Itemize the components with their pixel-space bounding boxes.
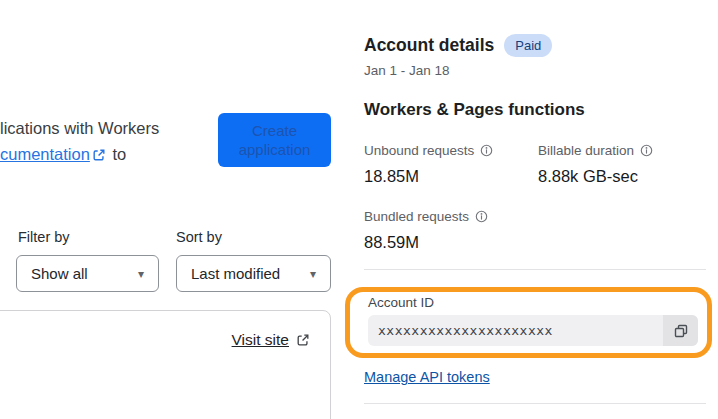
intro-line2-tail: to <box>108 145 126 163</box>
sort-select-value: Last modified <box>191 265 280 282</box>
plan-badge: Paid <box>504 34 552 57</box>
divider <box>364 403 706 404</box>
filter-by-label: Filter by <box>18 229 70 245</box>
account-details-header: Account details Paid <box>364 34 552 57</box>
info-icon[interactable] <box>640 144 653 157</box>
account-details-title: Account details <box>364 35 494 56</box>
intro-line1: lications with Workers <box>0 119 159 137</box>
divider <box>364 269 706 270</box>
manage-api-tokens-link[interactable]: Manage API tokens <box>364 369 490 385</box>
metric-value: 18.85M <box>364 167 534 186</box>
metric-label: Unbound requests <box>364 143 474 158</box>
visit-site-link[interactable]: Visit site <box>232 331 310 349</box>
metric-value: 88.59M <box>364 233 534 252</box>
copy-button[interactable] <box>663 315 698 346</box>
external-link-icon <box>296 333 310 347</box>
metric-label: Bundled requests <box>364 209 469 224</box>
metric-billable-duration: Billable duration 8.88k GB-sec <box>538 143 708 186</box>
sort-select[interactable]: Last modified ▾ <box>176 255 331 292</box>
info-icon[interactable] <box>475 210 488 223</box>
sort-by-label: Sort by <box>176 229 222 245</box>
copy-icon <box>673 323 689 339</box>
external-link-icon <box>92 148 106 162</box>
account-id-value[interactable]: xxxxxxxxxxxxxxxxxxxxx <box>368 315 663 346</box>
workers-dashboard: lications with Workers cumentation to Cr… <box>0 0 718 419</box>
filter-select-value: Show all <box>31 265 88 282</box>
functions-section-title: Workers & Pages functions <box>364 100 585 120</box>
account-id-field: xxxxxxxxxxxxxxxxxxxxx <box>368 315 698 346</box>
metric-label: Billable duration <box>538 143 634 158</box>
date-range: Jan 1 - Jan 18 <box>364 63 450 78</box>
info-icon[interactable] <box>480 144 493 157</box>
documentation-link[interactable]: cumentation <box>0 145 90 163</box>
account-id-label: Account ID <box>368 295 434 310</box>
metric-bundled-requests: Bundled requests 88.59M <box>364 209 534 252</box>
chevron-down-icon: ▾ <box>130 267 144 281</box>
filter-select[interactable]: Show all ▾ <box>16 255 159 292</box>
chevron-down-icon: ▾ <box>302 267 316 281</box>
site-card: Visit site <box>0 310 331 419</box>
metric-unbound-requests: Unbound requests 18.85M <box>364 143 534 186</box>
visit-site-label: Visit site <box>232 331 289 349</box>
metric-value: 8.88k GB-sec <box>538 167 708 186</box>
intro-text: lications with Workers cumentation to <box>0 115 220 167</box>
create-application-button[interactable]: Create application <box>218 113 331 167</box>
